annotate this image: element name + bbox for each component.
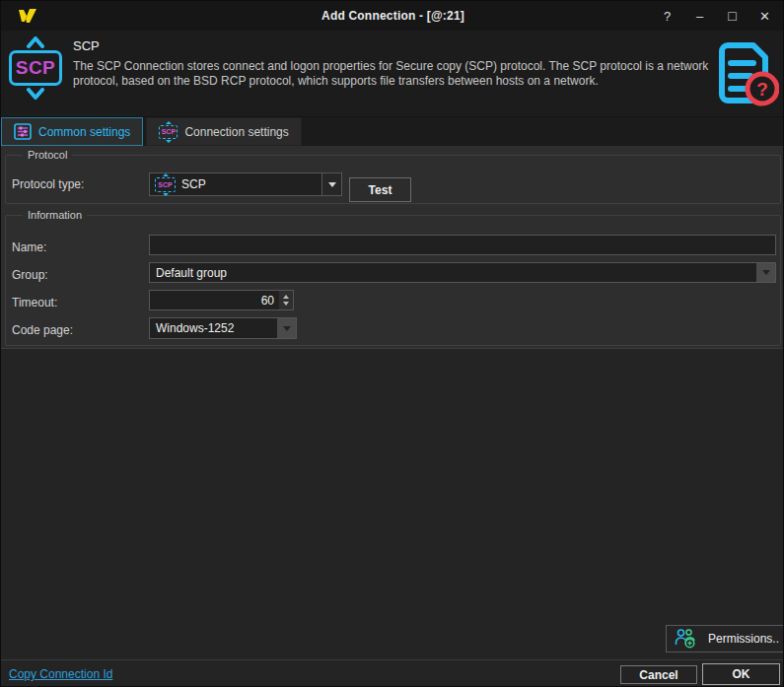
spinner-up-icon[interactable]: [283, 295, 289, 299]
scp-badge-text: SCP: [9, 50, 62, 86]
cancel-button[interactable]: Cancel: [620, 665, 697, 684]
header-description: The SCP Connection stores connect and lo…: [73, 59, 719, 89]
dialog-header: SCP SCP The SCP Connection stores connec…: [1, 31, 784, 117]
permissions-label: Permissions..: [708, 632, 779, 646]
chevron-up-icon: [26, 36, 45, 48]
test-button[interactable]: Test: [349, 177, 411, 202]
add-connection-dialog: Add Connection - [@:21] ? – □ ✕ SCP SCP …: [0, 0, 784, 687]
scp-mini-icon: SCP: [155, 177, 176, 192]
chevron-down-icon: [283, 326, 291, 331]
maximize-button[interactable]: □: [716, 1, 748, 31]
scp-mini-icon: SCP: [159, 125, 178, 139]
tab-connection-settings[interactable]: SCP Connection settings: [146, 117, 301, 146]
help-document-icon: ?: [718, 39, 779, 108]
chevron-down-icon: [26, 88, 45, 100]
sliders-icon: [14, 123, 32, 140]
name-input[interactable]: [149, 235, 776, 255]
common-settings-panel: Protocol Protocol type: SCP SCP Test Inf…: [1, 146, 784, 349]
permissions-button[interactable]: Permissions..: [666, 625, 784, 653]
spinner-down-icon[interactable]: [283, 302, 289, 306]
tab-label: Common settings: [38, 125, 130, 139]
footer-divider: [1, 659, 784, 660]
minimize-button[interactable]: –: [683, 1, 716, 31]
ok-button[interactable]: OK: [702, 663, 780, 685]
tab-common-settings[interactable]: Common settings: [1, 117, 143, 146]
dropdown-button[interactable]: [756, 263, 775, 282]
scp-protocol-badge: SCP: [7, 36, 64, 100]
codepage-combobox[interactable]: Windows-1252: [149, 317, 297, 339]
protocol-type-combobox[interactable]: SCP SCP: [149, 172, 342, 196]
help-button[interactable]: ?: [651, 1, 683, 31]
copy-connection-id-link[interactable]: Copy Connection Id: [9, 667, 112, 681]
group-value: Default group: [150, 266, 756, 280]
chevron-down-icon: [762, 270, 770, 275]
name-label: Name:: [12, 240, 46, 254]
group-label: Group:: [12, 268, 48, 282]
chevron-down-icon: [328, 182, 336, 187]
information-legend: Information: [23, 209, 87, 221]
information-groupbox: Information Name: Group: Default group T…: [5, 209, 781, 346]
permissions-users-icon: [675, 628, 696, 650]
protocol-groupbox: Protocol Protocol type: SCP SCP Test: [5, 149, 781, 204]
codepage-value: Windows-1252: [150, 321, 277, 335]
dropdown-button[interactable]: [321, 173, 341, 195]
header-title: SCP: [73, 38, 100, 53]
protocol-type-label: Protocol type:: [12, 177, 84, 191]
protocol-type-value: SCP: [176, 177, 321, 191]
group-combobox[interactable]: Default group: [149, 262, 776, 283]
dropdown-button[interactable]: [277, 318, 296, 338]
close-button[interactable]: ✕: [748, 1, 781, 31]
timeout-label: Timeout:: [12, 296, 57, 309]
titlebar: Add Connection - [@:21] ? – □ ✕: [1, 1, 784, 31]
timeout-input[interactable]: [149, 290, 280, 310]
protocol-legend: Protocol: [23, 149, 72, 161]
codepage-label: Code page:: [12, 323, 73, 337]
timeout-spinner[interactable]: [279, 290, 294, 310]
window-controls: ? – □ ✕: [651, 1, 781, 31]
tab-label: Connection settings: [184, 125, 288, 139]
tab-bar: Common settings SCP Connection settings: [1, 117, 784, 146]
svg-text:?: ?: [756, 79, 768, 100]
